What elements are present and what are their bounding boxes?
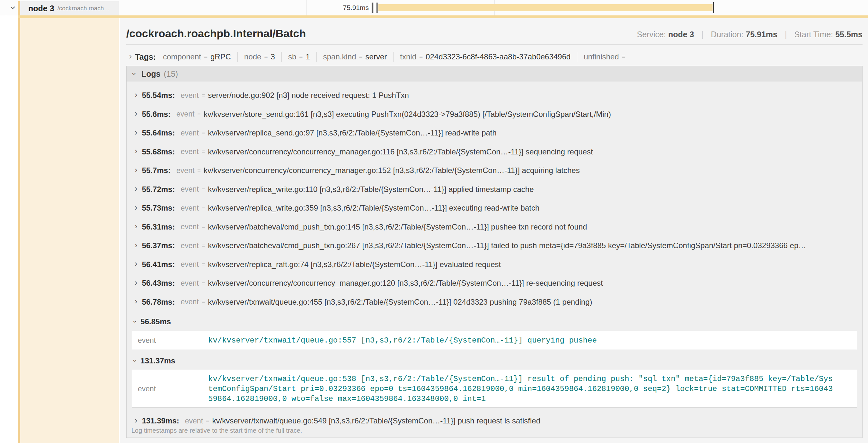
log-expanded-group: › 131.37ms event kv/kvserver/txnwait/que… [127, 353, 862, 408]
span-indent-column [20, 18, 119, 443]
trace-span-detail-view: › node 3 /cockroach.roach… 75.91ms /cock… [0, 0, 868, 443]
span-detail-meta: Service: node 3 | Duration: 75.91ms | St… [637, 28, 863, 41]
chevron-right-icon: › [134, 108, 137, 118]
equals-sign: = [202, 280, 205, 287]
span-duration-label: 75.91ms [305, 0, 369, 15]
tag-divider [316, 52, 317, 62]
tag-key: span.kind [323, 52, 356, 61]
log-value: kv/kvserver/batcheval/cmd_push_txn.go:14… [208, 223, 587, 232]
equals-sign: = [202, 242, 205, 249]
log-field-key: event [181, 147, 198, 156]
tag-value: 3 [271, 52, 275, 61]
log-timestamp: 56.78ms: [142, 298, 175, 307]
equals-sign: = [419, 53, 423, 60]
log-value: kv/kvserver/txnwait/queue.go:549 [n3,s3,… [212, 416, 540, 425]
tags-section-header[interactable]: › Tags: component = gRPC node = 3 sb = 1… [126, 50, 863, 64]
chevron-right-icon: › [134, 259, 137, 269]
log-row[interactable]: › 56.41ms: event = kv/kvserver/replica_r… [127, 255, 862, 274]
logs-footnote: Log timestamps are relative to the start… [131, 427, 302, 434]
equals-sign: = [202, 130, 205, 136]
equals-sign: = [202, 205, 205, 211]
tag-divider [393, 52, 394, 62]
log-field-key: event [181, 298, 198, 306]
log-field-value: kv/kvserver/txnwait/queue.go:557 [n3,s3,… [208, 336, 597, 345]
span-operation-name: /cockroach.roach… [58, 5, 110, 12]
tag-key: txnid [400, 52, 416, 61]
equals-sign: = [204, 53, 208, 60]
log-row[interactable]: › 56.78ms: event = kv/kvserver/txnwait/q… [127, 293, 862, 312]
tag-item: sb = 1 [288, 52, 310, 61]
chevron-right-icon: › [134, 90, 137, 100]
log-row[interactable]: › 56.43ms: event = kv/kvserver/concurren… [127, 274, 862, 293]
tag-value: 1 [306, 52, 310, 61]
title-divider [126, 44, 863, 45]
log-row[interactable]: › 55.73ms: event = kv/kvserver/replica_w… [127, 199, 862, 218]
log-row[interactable]: › 55.68ms: event = kv/kvserver/concurren… [127, 142, 862, 162]
chevron-down-icon: › [131, 360, 139, 362]
equals-sign: = [202, 224, 205, 230]
log-timestamp: 56.85ms [141, 317, 171, 326]
chevron-right-icon: › [134, 221, 137, 231]
log-field-key: event [176, 166, 194, 175]
log-field-key: event [132, 336, 208, 345]
log-timestamp: 55.73ms: [142, 204, 175, 212]
tag-divider [577, 52, 577, 62]
chevron-right-icon: › [134, 415, 137, 425]
tag-key: component [163, 52, 201, 61]
tag-value: 024d3323-6c8f-4863-aa8b-37ab0e63496d [426, 52, 570, 61]
log-value: kv/kvserver/batcheval/cmd_push_txn.go:26… [208, 241, 806, 250]
tag-key: sb [288, 52, 296, 61]
logs-count: (15) [164, 69, 178, 79]
span-detail-panel: /cockroach.roachpb.Internal/Batch Servic… [120, 18, 868, 443]
log-timestamp: 56.43ms: [142, 279, 175, 287]
log-value: kv/kvserver/replica_write.go:110 [n3,s3,… [208, 185, 534, 194]
log-field-key: event [181, 185, 198, 194]
logs-section: › Logs (15) › 55.54ms: event = server/no… [126, 66, 863, 438]
tag-item: node = 3 [244, 52, 275, 61]
equals-sign: = [359, 53, 362, 60]
equals-sign: = [202, 92, 205, 99]
log-timestamp: 55.54ms: [142, 91, 175, 100]
span-name-tab[interactable]: node 3 /cockroach.roach… [20, 1, 119, 15]
log-row[interactable]: › 55.7ms: event = kv/kvserver/concurrenc… [127, 161, 862, 180]
span-duration-bar[interactable] [378, 4, 713, 11]
log-row[interactable]: › 56.37ms: event = kv/kvserver/batcheval… [127, 236, 862, 255]
equals-sign: = [197, 167, 201, 174]
duration-label: Duration: [711, 30, 743, 39]
log-expanded-header[interactable]: › 131.37ms [127, 353, 862, 369]
log-field-key: event [181, 260, 198, 269]
tag-item: unfinished = [584, 52, 628, 61]
equals-sign: = [299, 53, 303, 60]
log-row[interactable]: › 55.72ms: event = kv/kvserver/replica_w… [127, 180, 862, 199]
chevron-right-icon: › [134, 183, 137, 194]
log-kv-table: event kv/kvserver/txnwait/queue.go:538 [… [132, 370, 857, 408]
log-timestamp: 55.7ms: [142, 166, 170, 175]
log-expanded-header[interactable]: › 56.85ms [127, 314, 862, 329]
log-row[interactable]: › 55.6ms: event = kv/kvserver/store_send… [127, 105, 862, 124]
tags-label: Tags: [135, 52, 156, 62]
chevron-right-icon: › [134, 165, 137, 175]
span-detail-title: /cockroach.roachpb.Internal/Batch [126, 25, 306, 41]
logs-section-header[interactable]: › Logs (15) [127, 66, 862, 81]
log-tick-marks [370, 3, 378, 13]
log-row[interactable]: › 56.31ms: event = kv/kvserver/batcheval… [127, 218, 862, 237]
log-row[interactable]: › 55.54ms: event = server/node.go:902 [n… [127, 86, 862, 105]
span-color-stripe [18, 1, 20, 443]
log-row[interactable]: › 55.64ms: event = kv/kvserver/replica_s… [127, 124, 862, 142]
service-label: Service: [637, 30, 666, 39]
log-rows-list: › 55.54ms: event = server/node.go:902 [n… [127, 81, 862, 431]
chevron-down-icon: › [130, 73, 139, 75]
tag-item: txnid = 024d3323-6c8f-4863-aa8b-37ab0e63… [400, 52, 570, 61]
tag-value: gRPC [210, 52, 231, 61]
equals-sign: = [202, 261, 205, 268]
span-service-name: node 3 [28, 4, 54, 13]
log-timestamp: 55.72ms: [142, 185, 175, 194]
log-value: server/node.go:902 [n3] node received re… [208, 91, 409, 100]
chevron-right-icon: › [134, 146, 137, 156]
equals-sign: = [202, 148, 205, 155]
chevron-down-icon: › [8, 6, 19, 9]
log-expanded-group: › 56.85ms event kv/kvserver/txnwait/queu… [127, 314, 862, 350]
log-tick-mark-end [713, 2, 714, 13]
log-value: kv/kvserver/replica_raft.go:74 [n3,s3,r6… [208, 260, 501, 269]
start-time-label: Start Time: [794, 30, 833, 39]
